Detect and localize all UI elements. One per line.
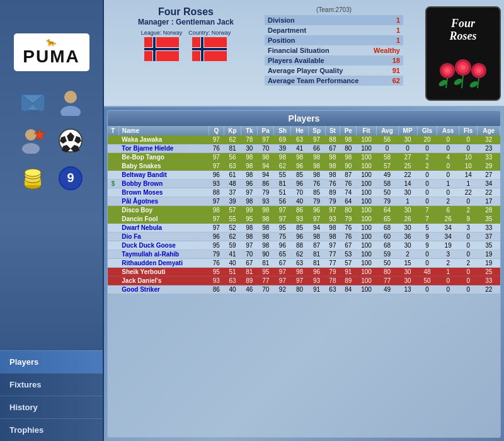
star-player-icon[interactable]: [17, 125, 49, 156]
cell-gls: 20: [417, 135, 437, 144]
cell-age: 35: [478, 241, 500, 250]
cell-fls: 3: [459, 224, 478, 232]
cell-name[interactable]: Dancin Fool: [118, 215, 209, 224]
table-row[interactable]: Jack Daniel's 93 63 89 77 97 97 93 78 89…: [108, 277, 500, 285]
badge-icon[interactable]: 9: [55, 163, 86, 194]
cell-name[interactable]: Sheik Yerbouti: [118, 268, 209, 277]
mail-icon[interactable]: [17, 87, 49, 118]
cell-ass: 19: [437, 241, 459, 250]
cell-sp: 97: [308, 135, 325, 144]
cell-name[interactable]: Dio Fa: [118, 232, 209, 241]
cell-avg: 64: [376, 206, 398, 215]
puma-text: PUMA: [23, 47, 79, 67]
cell-fit: 100: [357, 285, 376, 294]
cell-st: 79: [325, 197, 340, 206]
table-row[interactable]: Duck Duck Goose 95 59 97 98 96 88 87 97 …: [108, 241, 500, 250]
cell-he: 63: [291, 259, 308, 268]
cell-t: [108, 135, 118, 144]
cell-name[interactable]: Be-Bop Tango: [118, 153, 209, 162]
table-row[interactable]: Dio Fa 96 62 98 98 75 96 98 98 76 100 60…: [108, 232, 500, 241]
logo-text: FourRoses: [449, 18, 476, 43]
cell-name[interactable]: Duck Duck Goose: [118, 241, 209, 250]
coins-icon[interactable]: [17, 163, 49, 194]
cell-name[interactable]: Disco Boy: [118, 206, 209, 215]
cell-tk: 95: [241, 215, 258, 224]
table-row[interactable]: $ Bobby Brown 93 48 96 86 81 96 76 76 76…: [108, 180, 500, 188]
stat-division: Division 1: [265, 15, 403, 25]
cell-tk: 98: [241, 232, 258, 241]
nav-history[interactable]: History: [0, 396, 103, 418]
table-row[interactable]: Dancin Fool 97 55 95 98 97 93 97 93 79 1…: [108, 215, 500, 224]
col-fls: Fls: [459, 126, 478, 135]
cell-pe: 64: [340, 197, 357, 206]
cell-name[interactable]: Bobby Brown: [118, 180, 209, 188]
svg-rect-25: [144, 48, 179, 50]
cell-sh: 65: [274, 250, 291, 259]
stat-players: Players Available 18: [265, 55, 403, 66]
cell-kp: 52: [224, 224, 241, 232]
cell-name[interactable]: Tor Bjarne Hielde: [118, 144, 209, 153]
cell-pe: 98: [340, 135, 357, 144]
table-row[interactable]: Pål Ågotnes 97 39 98 93 56 40 79 79 64 1…: [108, 197, 500, 206]
table-row[interactable]: Taymullah al-Rahib 79 41 70 90 65 62 81 …: [108, 250, 500, 259]
players-tbody: Waka Jawaka 97 62 78 97 69 63 97 88 98 1…: [108, 135, 500, 294]
user-icon[interactable]: [55, 87, 86, 118]
table-row[interactable]: Sheik Yerbouti 95 51 81 95 97 98 96 79 9…: [108, 268, 500, 277]
cell-kp: 40: [224, 285, 241, 294]
cell-gls: 50: [417, 277, 437, 285]
cell-name[interactable]: Rithaudden Demyati: [118, 259, 209, 268]
avg-quality-value: 91: [392, 67, 400, 74]
table-row[interactable]: Be-Bop Tango 97 56 98 98 98 98 98 98 98 …: [108, 153, 500, 162]
cell-name[interactable]: Baby Snakes: [118, 162, 209, 171]
cell-name[interactable]: Taymullah al-Rahib: [118, 250, 209, 259]
cell-gls: 0: [417, 197, 437, 206]
cell-pa: 98: [258, 232, 274, 241]
cell-pe: 74: [340, 188, 357, 197]
cell-fls: 0: [459, 135, 478, 144]
table-row[interactable]: Dwarf Nebula 97 52 98 98 95 85 94 98 76 …: [108, 224, 500, 232]
cell-pe: 91: [340, 268, 357, 277]
cell-fit: 100: [357, 144, 376, 153]
col-t: T: [108, 126, 118, 135]
table-row[interactable]: Good Striker 86 40 46 70 92 80 91 63 84 …: [108, 285, 500, 294]
cell-avg: 49: [376, 171, 398, 180]
table-row[interactable]: Tor Bjarne Hielde 76 81 30 70 39 41 66 6…: [108, 144, 500, 153]
cell-sp: 94: [308, 224, 325, 232]
cell-st: 76: [325, 180, 340, 188]
cell-name[interactable]: Good Striker: [118, 285, 209, 294]
cell-name[interactable]: Brown Moses: [118, 188, 209, 197]
nav-players[interactable]: Players: [0, 350, 103, 373]
cell-sh: 51: [274, 188, 291, 197]
cell-fit: 100: [357, 206, 376, 215]
table-row[interactable]: Disco Boy 98 57 99 98 97 86 96 97 80 100…: [108, 206, 500, 215]
cell-name[interactable]: Waka Jawaka: [118, 135, 209, 144]
cell-pe: 98: [340, 153, 357, 162]
table-row[interactable]: Baby Snakes 97 63 98 94 62 96 98 98 90 1…: [108, 162, 500, 171]
table-container[interactable]: T Name Q Kp Tk Pa Sh He Sp St Pe Fit Avg…: [108, 126, 500, 435]
cell-sh: 67: [274, 259, 291, 268]
cell-pe: 80: [340, 144, 357, 153]
cell-ass: 34: [437, 224, 459, 232]
table-row[interactable]: Beltway Bandit 96 61 98 94 55 85 98 98 8…: [108, 171, 500, 180]
table-row[interactable]: Brown Moses 88 37 97 79 51 70 85 89 74 1…: [108, 188, 500, 197]
table-row[interactable]: Rithaudden Demyati 76 40 67 81 67 63 81 …: [108, 259, 500, 268]
cell-name[interactable]: Beltway Bandit: [118, 171, 209, 180]
soccer-ball-icon[interactable]: [55, 125, 86, 156]
cell-name[interactable]: Jack Daniel's: [118, 277, 209, 285]
cell-age: 33: [478, 224, 500, 232]
nav-trophies[interactable]: Trophies: [0, 418, 103, 441]
cell-name[interactable]: Pål Ågotnes: [118, 197, 209, 206]
cell-st: 98: [325, 171, 340, 180]
cell-he: 40: [291, 197, 308, 206]
cell-gls: 0: [417, 259, 437, 268]
svg-point-5: [25, 129, 37, 140]
nav-fixtures[interactable]: Fixtures: [0, 373, 103, 396]
table-row[interactable]: Waka Jawaka 97 62 78 97 69 63 97 88 98 1…: [108, 135, 500, 144]
cell-avg: 77: [376, 277, 398, 285]
cell-sp: 81: [308, 259, 325, 268]
cell-age: 33: [478, 153, 500, 162]
cell-tk: 46: [241, 285, 258, 294]
cell-fls: 14: [459, 171, 478, 180]
col-pe: Pe: [340, 126, 357, 135]
cell-name[interactable]: Dwarf Nebula: [118, 224, 209, 232]
